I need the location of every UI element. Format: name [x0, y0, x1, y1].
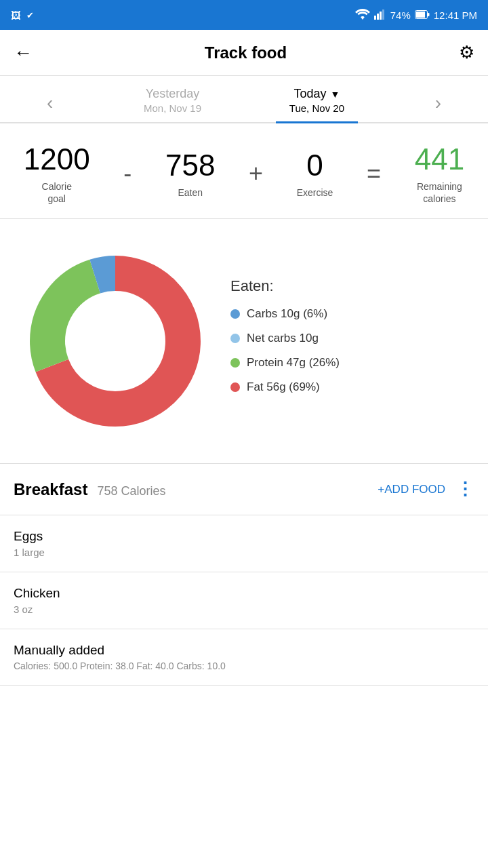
svg-rect-1: [377, 14, 379, 20]
fat-label: Fat 56g (69%): [247, 380, 320, 394]
prev-date-button[interactable]: ‹: [30, 85, 69, 121]
food-name: Eggs: [14, 529, 474, 544]
food-item-chicken[interactable]: Chicken 3 oz: [0, 572, 488, 629]
food-note: Calories: 500.0 Protein: 38.0 Fat: 40.0 …: [14, 660, 474, 671]
today-label: Today: [293, 87, 326, 101]
yesterday-label: Yesterday: [144, 87, 201, 101]
svg-rect-0: [374, 16, 376, 20]
eaten-label: Eaten: [165, 186, 215, 199]
today-date-text: Tue, Nov 20: [289, 102, 344, 114]
minus-operator: -: [123, 159, 131, 188]
svg-rect-3: [382, 9, 384, 20]
svg-rect-5: [416, 12, 425, 18]
food-item-eggs[interactable]: Eggs 1 large: [0, 515, 488, 572]
wifi-icon: [355, 9, 370, 22]
settings-button[interactable]: ⚙: [459, 42, 474, 63]
chart-legend: Eaten: Carbs 10g (6%) Net carbs 10g Prot…: [230, 277, 474, 405]
legend-carbs: Carbs 10g (6%): [230, 307, 474, 321]
carbs-dot: [230, 309, 240, 319]
remaining-label: Remainingcalories: [415, 180, 464, 205]
next-date-button[interactable]: ›: [419, 85, 458, 121]
svg-point-10: [68, 294, 163, 389]
yesterday-date[interactable]: Yesterday Mon, Nov 19: [130, 84, 215, 122]
legend-protein: Protein 47g (26%): [230, 356, 474, 370]
remaining-item: 441 Remainingcalories: [415, 142, 464, 205]
eaten-item: 758 Eaten: [165, 149, 215, 199]
time-display: 12:41 PM: [434, 9, 477, 21]
calorie-goal-label: Caloriegoal: [24, 180, 90, 205]
back-button[interactable]: ←: [14, 42, 33, 64]
check-icon: ✔: [26, 10, 34, 20]
signal-icon: [374, 9, 386, 22]
food-item-manual[interactable]: Manually added Calories: 500.0 Protein: …: [0, 629, 488, 686]
svg-rect-2: [380, 12, 382, 20]
net-carbs-dot: [230, 334, 240, 343]
protein-dot: [230, 358, 240, 368]
food-name: Manually added: [14, 643, 474, 658]
chart-section: Eaten: Carbs 10g (6%) Net carbs 10g Prot…: [0, 219, 488, 464]
battery-percent: 74%: [390, 9, 411, 21]
gallery-icon: 🖼: [11, 9, 21, 21]
fat-dot: [230, 382, 240, 392]
donut-chart: [14, 239, 217, 443]
food-name: Chicken: [14, 586, 474, 601]
exercise-number: 0: [297, 149, 333, 182]
carbs-label: Carbs 10g (6%): [247, 307, 327, 321]
today-date[interactable]: Today ▼ Tue, Nov 20: [276, 84, 358, 122]
date-nav: ‹ Yesterday Mon, Nov 19 Today ▼ Tue, Nov…: [0, 76, 488, 123]
more-options-button[interactable]: ⋮: [456, 479, 474, 500]
food-desc: 3 oz: [14, 604, 474, 615]
eaten-number: 758: [165, 149, 215, 182]
protein-label: Protein 47g (26%): [247, 356, 340, 370]
exercise-label: Exercise: [297, 186, 333, 199]
status-bar: 🖼 ✔ 74% 12:41 PM: [0, 0, 488, 30]
food-desc: 1 large: [14, 547, 474, 558]
app-bar: ← Track food ⚙: [0, 30, 488, 76]
exercise-item: 0 Exercise: [297, 149, 333, 199]
svg-rect-6: [428, 13, 430, 16]
remaining-number: 441: [415, 142, 464, 176]
legend-title: Eaten:: [230, 277, 474, 295]
add-food-button[interactable]: +ADD FOOD: [378, 483, 445, 496]
meal-calories: 758 Calories: [97, 484, 165, 498]
plus-operator: +: [249, 159, 263, 188]
yesterday-date-text: Mon, Nov 19: [144, 102, 201, 114]
meal-title-row: Breakfast 758 Calories: [14, 480, 165, 499]
page-title: Track food: [205, 43, 287, 62]
battery-icon: [415, 9, 430, 21]
calorie-summary: 1200 Caloriegoal - 758 Eaten + 0 Exercis…: [0, 123, 488, 219]
meal-actions: +ADD FOOD ⋮: [378, 479, 474, 500]
calorie-goal-item: 1200 Caloriegoal: [24, 142, 90, 205]
meal-header: Breakfast 758 Calories +ADD FOOD ⋮: [0, 464, 488, 515]
status-right: 74% 12:41 PM: [355, 9, 477, 22]
meal-section: Breakfast 758 Calories +ADD FOOD ⋮ Eggs …: [0, 464, 488, 686]
calorie-goal-number: 1200: [24, 142, 90, 176]
meal-title: Breakfast: [14, 480, 87, 499]
net-carbs-label: Net carbs 10g: [247, 332, 319, 345]
legend-fat: Fat 56g (69%): [230, 380, 474, 394]
dropdown-arrow-icon: ▼: [331, 89, 340, 100]
equals-operator: =: [367, 159, 381, 188]
legend-net-carbs: Net carbs 10g: [230, 332, 474, 345]
status-left: 🖼 ✔: [11, 9, 34, 21]
